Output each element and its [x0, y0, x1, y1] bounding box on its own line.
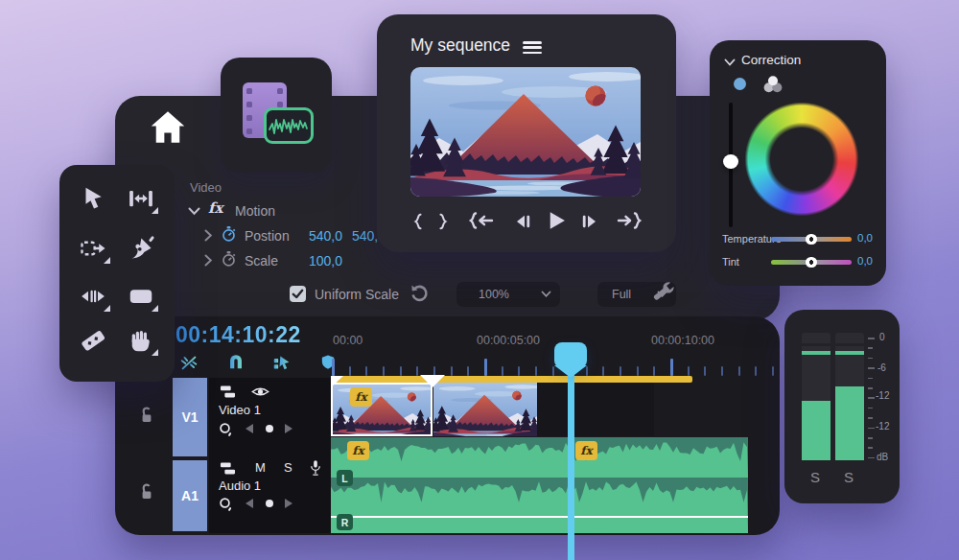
- selection-follows-playhead-icon[interactable]: [271, 352, 292, 373]
- play-button[interactable]: [542, 207, 569, 234]
- prev-keyframe-icon[interactable]: [246, 499, 253, 508]
- add-keyframe-icon[interactable]: [219, 422, 233, 437]
- track-tab-v1[interactable]: V1: [173, 378, 207, 456]
- meter-level-fill: [802, 401, 830, 460]
- temperature-slider-handle[interactable]: [806, 234, 817, 245]
- selection-tool[interactable]: [79, 184, 107, 213]
- sequence-monitor-panel: My sequence: [377, 14, 676, 252]
- uniform-scale-label: Uniform Scale: [315, 287, 399, 302]
- hamburger-menu-icon[interactable]: [523, 41, 542, 55]
- meter-track: [835, 346, 864, 460]
- lock-open-icon[interactable]: [136, 403, 157, 426]
- ruler-tick: [535, 366, 537, 376]
- chevron-right-icon[interactable]: [204, 254, 213, 267]
- media-tile[interactable]: [221, 58, 332, 173]
- ruler-tick: [416, 366, 418, 376]
- step-back-button[interactable]: [511, 210, 534, 233]
- wrench-icon[interactable]: [650, 279, 677, 306]
- zoom-select[interactable]: 100%: [456, 282, 560, 307]
- tool-flyout-indicator: [152, 305, 158, 312]
- tool-flyout-indicator: [152, 349, 158, 356]
- color-wheel-cluster-icon[interactable]: [761, 73, 784, 96]
- ruler-tick: [467, 366, 469, 376]
- snap-magnet-icon[interactable]: [225, 351, 246, 372]
- position-value-x[interactable]: 540,0: [309, 228, 342, 244]
- app-canvas: Video fx Motion Postion 540,0 540,0 Scal…: [0, 0, 959, 560]
- razor-tool[interactable]: [79, 326, 107, 355]
- meter-tick: [868, 408, 873, 409]
- ruler-tick: [772, 366, 774, 376]
- stopwatch-icon[interactable]: [221, 250, 237, 268]
- meter-level-fill: [835, 386, 864, 460]
- chevron-down-icon[interactable]: [724, 58, 736, 67]
- audio-clip[interactable]: [331, 437, 748, 533]
- clip-marker-icon[interactable]: [420, 375, 445, 387]
- ruler-label-2: 00:00:10:00: [651, 334, 714, 347]
- color-dot-icon[interactable]: [734, 78, 746, 90]
- meter-tick: [868, 387, 873, 389]
- track-tab-a1-label: A1: [181, 488, 199, 503]
- pen-tool[interactable]: [127, 234, 155, 263]
- timecode-display[interactable]: 00:14:10:22: [175, 322, 301, 348]
- meter-tick: [868, 447, 873, 449]
- check-icon: [290, 286, 306, 302]
- video-clip-2[interactable]: [433, 383, 537, 436]
- ruler-tick: [383, 366, 385, 376]
- tool-flyout-indicator: [104, 257, 110, 264]
- temperature-value[interactable]: 0,0: [857, 232, 873, 244]
- color-wheel[interactable]: [744, 102, 859, 217]
- playhead-head[interactable]: [554, 342, 587, 368]
- chevron-right-icon[interactable]: [204, 229, 213, 242]
- keyframe-dot-icon[interactable]: [266, 425, 273, 432]
- uniform-scale-checkbox[interactable]: [290, 286, 306, 302]
- stopwatch-icon[interactable]: [221, 225, 237, 243]
- prev-keyframe-icon[interactable]: [246, 424, 253, 433]
- lock-open-icon[interactable]: [136, 479, 157, 502]
- linked-selection-icon[interactable]: [178, 352, 199, 373]
- source-patch-icon[interactable]: [219, 459, 237, 478]
- video-clip-thumbnail: [333, 385, 431, 436]
- track-tab-v1-label: V1: [181, 409, 198, 425]
- luminance-slider-handle[interactable]: [723, 154, 738, 169]
- home-button[interactable]: [146, 105, 190, 150]
- volume-rubber-band[interactable]: [331, 516, 748, 518]
- clip-fx-badge[interactable]: fx: [575, 441, 597, 460]
- solo-right-button[interactable]: S: [844, 469, 854, 485]
- reset-icon[interactable]: [409, 284, 429, 303]
- video-clip-1-selected[interactable]: [331, 383, 433, 436]
- mark-in-button[interactable]: [408, 209, 429, 234]
- channel-badge-right: R: [337, 514, 353, 530]
- ruler-tick: [653, 366, 655, 376]
- go-to-in-button[interactable]: [467, 209, 496, 234]
- property-group-label: Video: [190, 180, 222, 195]
- clip-fx-badge[interactable]: fx: [347, 441, 369, 460]
- mute-button[interactable]: M: [255, 460, 266, 475]
- tint-slider-handle[interactable]: [806, 257, 817, 268]
- ruler-label-1: 00:00:05:00: [477, 334, 540, 347]
- solo-button[interactable]: S: [284, 460, 292, 475]
- step-forward-button[interactable]: [578, 210, 601, 233]
- scale-value[interactable]: 100,0: [309, 253, 342, 268]
- add-keyframe-icon[interactable]: [219, 497, 233, 512]
- keyframe-dot-icon[interactable]: [266, 500, 273, 507]
- meter-cap: [802, 333, 830, 343]
- work-area-bar[interactable]: [331, 376, 692, 383]
- video-clip-thumbnail: [433, 383, 537, 436]
- tint-value[interactable]: 0,0: [857, 255, 873, 267]
- meter-track: [802, 346, 830, 460]
- next-keyframe-icon[interactable]: [285, 424, 292, 433]
- microphone-icon[interactable]: [307, 457, 324, 478]
- sequence-title: My sequence: [410, 35, 510, 56]
- ruler-tick: [688, 366, 690, 376]
- track-tab-a1[interactable]: A1: [173, 460, 207, 531]
- playhead-line[interactable]: [568, 364, 574, 560]
- source-patch-icon[interactable]: [219, 383, 237, 401]
- go-to-out-button[interactable]: [615, 209, 643, 234]
- mark-out-button[interactable]: [433, 209, 454, 234]
- clip-fx-badge[interactable]: fx: [350, 387, 372, 407]
- eye-icon[interactable]: [250, 383, 270, 401]
- chevron-down-icon[interactable]: [188, 207, 200, 216]
- shield-icon[interactable]: [318, 353, 338, 372]
- solo-left-button[interactable]: S: [810, 469, 820, 485]
- next-keyframe-icon[interactable]: [285, 499, 292, 508]
